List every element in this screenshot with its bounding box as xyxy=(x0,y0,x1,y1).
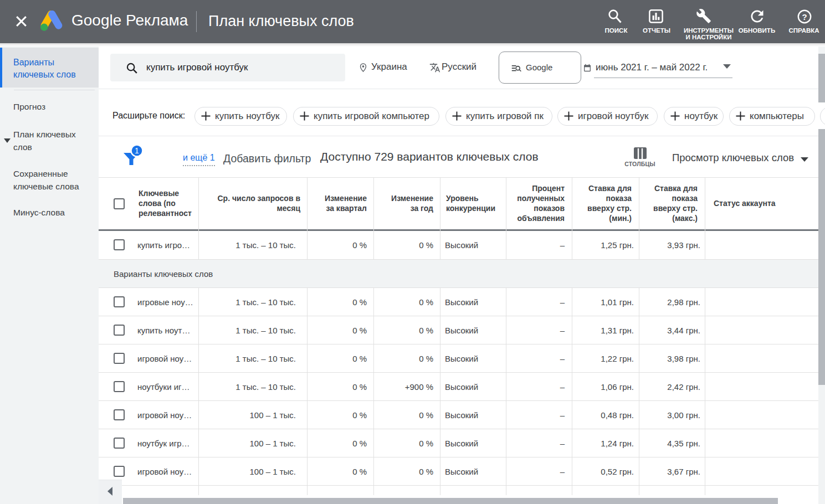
svg-text:?: ? xyxy=(802,12,807,22)
svg-text:1: 1 xyxy=(135,146,139,155)
